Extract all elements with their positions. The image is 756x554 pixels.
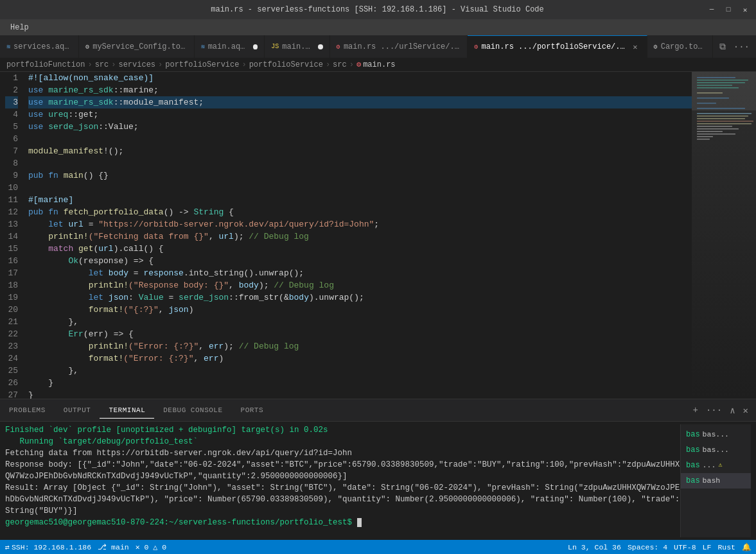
tab-main-rs-portfolio[interactable]: ⚙main.rs .../portfolioService/...✕ <box>468 35 647 58</box>
tab-main-js[interactable]: JSmain.js <box>265 35 330 58</box>
line-number: 11 <box>5 194 18 206</box>
breadcrumb-item-0[interactable]: portfolioFunction <box>6 60 85 69</box>
token: url <box>98 244 113 254</box>
tab-ports[interactable]: PORTS <box>232 403 273 418</box>
status-language[interactable]: Rust <box>717 543 735 551</box>
panel-close-button[interactable]: ✕ <box>741 404 751 417</box>
status-encoding[interactable]: UTF-8 <box>674 543 696 551</box>
token: ("Fetching data from {}" <box>89 232 209 241</box>
bash-icon: bas <box>686 475 700 487</box>
svg-rect-16 <box>697 131 723 132</box>
token: match <box>48 244 78 254</box>
breadcrumb-sep: › <box>158 60 163 69</box>
svg-rect-2 <box>697 82 745 83</box>
token: "https://orbitdb-server.ngrok.dev/api/qu… <box>98 220 374 229</box>
status-line-ending[interactable]: LF <box>703 543 712 551</box>
bash-icon: bas <box>686 460 700 471</box>
git-icon: ⎇ <box>98 543 111 551</box>
token: () -> <box>164 207 194 217</box>
token: response <box>143 268 183 278</box>
tab-cargo-toml[interactable]: ⚙Cargo.toml <box>647 35 713 58</box>
token: url <box>68 220 83 229</box>
maximize-button[interactable]: □ <box>720 3 737 16</box>
token: ; <box>374 220 379 229</box>
terminal-session[interactable]: bas...⚠ <box>681 458 751 473</box>
status-bell[interactable]: 🔔 <box>742 542 751 551</box>
code-line: use marine_rs_sdk::module_manifest; <box>28 96 692 108</box>
menu-item-help[interactable]: Help <box>5 22 34 33</box>
code-line: println!("Response body: {}", body); // … <box>28 279 692 291</box>
close-button[interactable]: ✕ <box>737 3 753 16</box>
tab-output[interactable]: OUTPUT <box>55 403 100 418</box>
panel-tabs: PROBLEMS OUTPUT TERMINAL DEBUG CONSOLE P… <box>0 399 756 422</box>
token: body <box>109 268 128 278</box>
tab-myService-config[interactable]: ⚙myService_Config.toml <box>79 35 194 58</box>
status-position[interactable]: Ln 3, Col 36 <box>568 543 621 551</box>
token: // Debug log <box>274 281 334 290</box>
token: } <box>28 378 53 388</box>
token: : <box>128 293 139 302</box>
status-ssh[interactable]: ⇄ SSH: 192.168.1.186 <box>5 542 91 551</box>
code-line: Ok(response) => { <box>28 255 692 267</box>
tab-close-main-rs-portfolio[interactable]: ✕ <box>630 42 640 52</box>
tab-terminal[interactable]: TERMINAL <box>100 403 154 419</box>
split-editor-icon[interactable]: ⧉ <box>717 40 728 53</box>
token: ); <box>234 232 249 241</box>
tab-main-aqua[interactable]: ≋main.aqua <box>195 35 265 58</box>
line-number: 27 <box>5 389 18 399</box>
line-number: 6 <box>5 133 18 145</box>
token: (response) => { <box>78 256 154 266</box>
terminal-session[interactable]: basbas... <box>681 442 751 458</box>
code-line: use serde_json::Value; <box>28 121 692 133</box>
breadcrumb-item-4[interactable]: portfolioService <box>249 60 323 69</box>
status-left: ⇄ SSH: 192.168.1.186 ⎇ main ✕ 0 △ 0 <box>5 542 166 551</box>
status-errors[interactable]: ✕ 0 △ 0 <box>136 542 166 551</box>
status-spaces[interactable]: Spaces: 4 <box>628 543 667 551</box>
token: }, <box>28 366 78 376</box>
tab-label-main-rs-portfolio: main.rs .../portfolioService/... <box>481 42 626 51</box>
token: ("{:?}" <box>123 305 159 315</box>
add-terminal-button[interactable]: + <box>690 404 701 417</box>
tab-label-main-aqua: main.aqua <box>208 42 249 51</box>
tab-problems[interactable]: PROBLEMS <box>0 403 55 418</box>
tab-debug-console[interactable]: DEBUG CONSOLE <box>154 403 231 418</box>
warning-icon: ⚠ <box>718 460 722 471</box>
breadcrumb-item-1[interactable]: src <box>95 60 109 69</box>
status-git-branch[interactable]: ⎇ main <box>98 542 129 551</box>
token: use <box>28 110 48 119</box>
tab-main-rs-url[interactable]: ⚙main.rs .../urlService/... <box>330 35 468 58</box>
svg-rect-7 <box>697 103 716 104</box>
line-number: 26 <box>5 377 18 389</box>
token: #[marine] <box>28 195 73 205</box>
line-number: 14 <box>5 230 18 243</box>
panel-up-button[interactable]: ∧ <box>727 404 737 417</box>
code-line: use marine_rs_sdk::marine; <box>28 84 692 96</box>
breadcrumb-item-2[interactable]: services <box>118 60 155 69</box>
terminal-session[interactable]: basbas... <box>681 427 751 442</box>
token: .into_string().unwrap(); <box>184 268 304 278</box>
more-panel-actions-button[interactable]: ··· <box>703 404 725 417</box>
code-content[interactable]: #![allow(non_snake_case)]use marine_rs_s… <box>26 72 692 399</box>
line-number: 8 <box>5 157 18 169</box>
breadcrumb-item-5[interactable]: src <box>333 60 347 69</box>
token: fn <box>48 171 63 180</box>
svg-rect-8 <box>697 108 745 109</box>
line-number: 1 <box>5 72 18 84</box>
breadcrumb-item-3[interactable]: portfolioService <box>165 60 239 69</box>
more-tabs-icon[interactable]: ··· <box>731 40 752 53</box>
token: (err) => { <box>84 329 134 339</box>
line-number: 24 <box>5 352 18 365</box>
code-line: let json: Value = serde_json::from_str(&… <box>28 291 692 304</box>
tab-label-cargo-toml: Cargo.toml <box>661 42 706 51</box>
terminal-session[interactable]: basbash <box>681 473 751 489</box>
token: // Debug log <box>239 342 299 351</box>
svg-rect-1 <box>697 80 748 81</box>
tab-services-aqua[interactable]: ≋services.aqua <box>0 35 79 58</box>
editor[interactable]: 1234567891011121314151617181920212223242… <box>0 72 692 399</box>
terminal-line: Running `target/debug/portfolio_test` <box>5 436 680 447</box>
tab-bar-actions: ⧉ ··· <box>713 35 756 58</box>
code-line: println!("Error: {:?}", err); // Debug l… <box>28 340 692 352</box>
minimize-button[interactable]: ─ <box>703 3 720 16</box>
code-line: module_manifest!(); <box>28 145 692 157</box>
terminal-content[interactable]: Finished `dev` profile [unoptimized + de… <box>5 424 680 537</box>
